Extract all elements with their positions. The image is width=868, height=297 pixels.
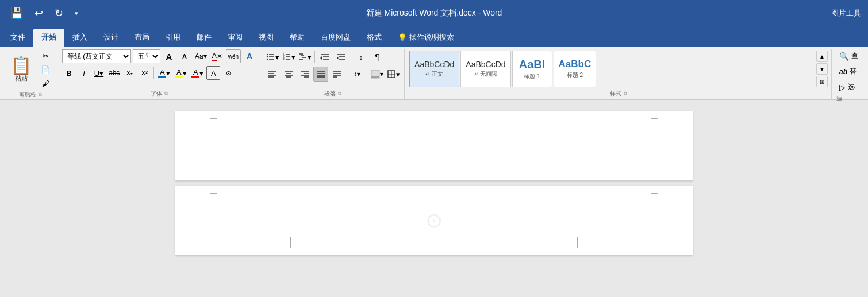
tab-review[interactable]: 审阅	[220, 29, 251, 47]
style-heading1[interactable]: AaBl 标题 1	[512, 51, 552, 87]
align-center-button[interactable]	[281, 67, 296, 82]
font-size-select[interactable]: 五号	[133, 49, 160, 63]
paragraph-group-label: 段落 ⧉	[265, 88, 401, 99]
grow-font-button[interactable]: A	[162, 49, 176, 63]
font-border-button[interactable]: A	[206, 66, 220, 80]
cut-button[interactable]: ✂	[37, 49, 53, 62]
undo-icon[interactable]: ↩	[31, 5, 47, 22]
borders-button[interactable]: ▾	[386, 67, 401, 82]
svg-marker-23	[337, 56, 339, 60]
distributed-button[interactable]	[329, 67, 344, 82]
tab-file[interactable]: 文件	[2, 29, 33, 47]
clipboard-expand-icon[interactable]: ⧉	[39, 92, 42, 98]
style-no-spacing[interactable]: AaBbCcDd ↵ 无间隔	[460, 51, 510, 87]
select-icon: ▷	[839, 83, 846, 92]
style-normal-label: ↵ 正文	[425, 70, 443, 78]
page2-corner-tr	[651, 193, 658, 200]
save-icon[interactable]: 💾	[7, 5, 26, 22]
customize-icon[interactable]: ▾	[71, 7, 82, 20]
font-name-select[interactable]: 等线 (西文正文	[62, 49, 131, 63]
styles-scroll-down[interactable]: ▼	[816, 63, 828, 75]
tab-design[interactable]: 设计	[95, 29, 126, 47]
clipboard-right: ✂ 📄 🖌	[37, 49, 53, 90]
font-group: 等线 (西文正文 五号 A A Aa▾ A✕ wén A B I U▾ abc …	[59, 49, 260, 99]
style-nospacing-preview: AaBbCcDd	[466, 60, 505, 69]
tab-format[interactable]: 格式	[359, 29, 390, 47]
styles-scroll-up[interactable]: ▲	[816, 51, 828, 62]
format-painter-button[interactable]: 🖌	[37, 77, 53, 90]
strikethrough-button[interactable]: abc	[107, 66, 121, 80]
search-label: 操作说明搜索	[409, 32, 454, 43]
shading-button[interactable]: ▾	[370, 67, 385, 82]
tab-insert[interactable]: 插入	[64, 29, 95, 47]
text-effect-button[interactable]: A	[243, 49, 256, 63]
paragraph-group: ▾ 123▾ ▾ ↕ ¶	[262, 49, 405, 99]
paste-label: 粘贴	[15, 74, 28, 83]
sort-button[interactable]: ↕	[354, 49, 368, 64]
line-spacing-button[interactable]: ↕▾	[349, 67, 364, 82]
subscript-button[interactable]: X₂	[122, 66, 136, 80]
font-group-bottom: B I U▾ abc X₂ X² A ▾ A ▾	[62, 66, 235, 80]
numbering-button[interactable]: 123▾	[281, 49, 296, 64]
highlight-color-button[interactable]: A ▾	[173, 66, 189, 80]
tab-help[interactable]: 帮助	[282, 29, 313, 47]
bold-button[interactable]: B	[62, 66, 76, 80]
superscript-button[interactable]: X²	[137, 66, 151, 80]
clear-formatting-button[interactable]: A✕	[210, 49, 224, 63]
para-sep3	[347, 68, 347, 80]
window-title: 新建 Microsoft Word 文档.docx - Word	[366, 8, 502, 18]
page-corner-br	[657, 167, 658, 173]
editing-group-label: 编	[836, 94, 842, 105]
find-button[interactable]: 🔍 查	[836, 49, 861, 63]
paragraph-expand-icon[interactable]: ⧉	[338, 91, 341, 97]
increase-indent-button[interactable]	[333, 49, 348, 64]
underline-button[interactable]: U▾	[92, 66, 106, 80]
font-group-content: 等线 (西文正文 五号 A A Aa▾ A✕ wén A B I U▾ abc …	[62, 49, 256, 88]
tab-mail[interactable]: 邮件	[189, 29, 220, 47]
clipboard-group: 📋 粘贴 ✂ 📄 🖌 剪贴板 ⧉	[3, 49, 57, 99]
tab-baidu[interactable]: 百度网盘	[313, 29, 359, 47]
shrink-font-button[interactable]: A	[178, 49, 191, 63]
paste-button[interactable]: 📋 粘贴	[7, 55, 35, 85]
font-color-button[interactable]: A ▾	[190, 66, 205, 80]
select-label: 选	[848, 82, 855, 92]
italic-button[interactable]: I	[77, 66, 91, 80]
style-heading2[interactable]: AaBbC 标题 2	[554, 51, 597, 87]
align-right-button[interactable]	[297, 67, 312, 82]
tab-view[interactable]: 视图	[251, 29, 282, 47]
footer-cursor-right	[577, 237, 578, 248]
bullets-button[interactable]: ▾	[265, 49, 280, 64]
replace-label: 替	[850, 67, 857, 76]
select-button[interactable]: ▷ 选	[836, 80, 861, 94]
page2-corner-tl	[210, 193, 217, 200]
align-justify-button[interactable]	[313, 67, 328, 82]
styles-gallery-content: AaBbCcDd ↵ 正文 AaBbCcDd ↵ 无间隔 AaBl 标题 1 A…	[409, 49, 828, 88]
styles-expand-icon[interactable]: ⧉	[624, 91, 627, 97]
tab-layout[interactable]: 布局	[126, 29, 158, 47]
tab-search[interactable]: 💡 操作说明搜索	[390, 29, 462, 47]
phonetic-guide-button[interactable]: ⊙	[221, 66, 235, 80]
change-case-button[interactable]: Aa▾	[193, 49, 209, 63]
tab-home[interactable]: 开始	[33, 29, 64, 47]
copy-button[interactable]: 📄	[37, 63, 53, 76]
redo-icon[interactable]: ↻	[51, 5, 67, 22]
styles-scroll-controls: ▲ ▼ ⊞	[816, 51, 828, 87]
footer-cursor-left	[290, 237, 291, 248]
show-marks-button[interactable]: ¶	[370, 49, 385, 64]
multilevel-list-button[interactable]: ▾	[297, 49, 312, 64]
wubi-button[interactable]: wén	[226, 49, 241, 63]
para-row-2: ↕▾ ▾ ▾	[265, 67, 401, 82]
clipboard-group-label: 剪贴板 ⧉	[7, 90, 53, 101]
find-label: 查	[851, 51, 858, 61]
decrease-indent-button[interactable]	[317, 49, 332, 64]
replace-button[interactable]: ab 替	[836, 65, 861, 78]
align-left-button[interactable]	[265, 67, 280, 82]
font-expand-icon[interactable]: ⧉	[164, 91, 168, 97]
styles-expand[interactable]: ⊞	[816, 76, 828, 87]
svg-rect-45	[371, 76, 379, 78]
title-bar-left: 💾 ↩ ↻ ▾	[7, 5, 82, 22]
text-highlight-button[interactable]: A ▾	[156, 66, 172, 80]
style-normal[interactable]: AaBbCcDd ↵ 正文	[409, 51, 459, 87]
tab-references[interactable]: 引用	[158, 29, 189, 47]
cut-icon: ✂	[43, 52, 49, 60]
